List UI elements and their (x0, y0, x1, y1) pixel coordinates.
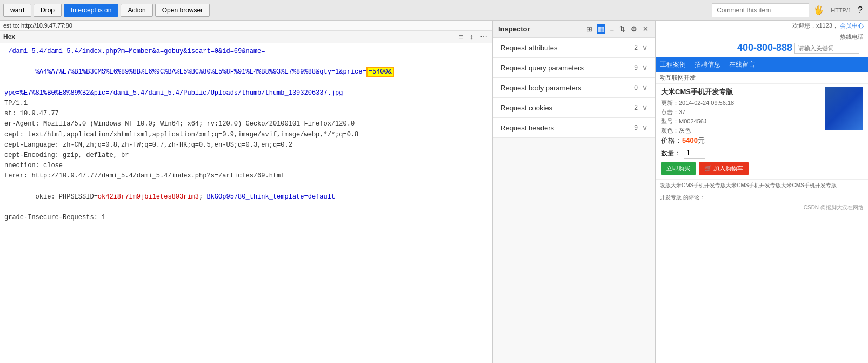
cookie-val-1: ok42i8r7lm9jbi1etes803rim3 (98, 193, 199, 201)
cookie-val-2: BkGOp95780_think_template=default (206, 193, 335, 201)
req-line-4: TP/1.1 (4, 98, 488, 109)
web-nav-bar: 工程案例 招聘信息 在线留言 (656, 57, 868, 72)
request-cookies-row[interactable]: Request cookies 2 ∨ (493, 98, 655, 118)
phone-number: 400-800-888 (737, 42, 792, 54)
request-query-count: 9 (634, 64, 638, 71)
price-value: 5400 (682, 136, 698, 144)
help-button[interactable]: ? (856, 4, 865, 16)
view-count: 点击：37 (661, 108, 820, 116)
req-line-cookie: okie: PHPSESSID=ok42i8r7lm9jbi1etes803ri… (4, 181, 488, 213)
web-preview-panel: 欢迎您，x1123， 会员中心 热线电话 400-800-888 工程案例 招聘… (655, 21, 868, 363)
nav-item-0[interactable]: 工程案例 (660, 60, 686, 69)
product-info: 大米CMS手机开发专版 更新：2014-02-24 09:56:18 点击：37… (661, 87, 820, 175)
product-model: 型号：M002456J (661, 117, 820, 126)
request-body-arrow: ∨ (642, 83, 647, 92)
hex-toolbar: Hex ≡ ↕ ⋯ (0, 31, 492, 43)
member-link[interactable]: 会员中心 (840, 22, 864, 29)
req-line-3: ype=%E7%81%B0%E8%89%B2&pic=/dami_5.4/dam… (4, 88, 488, 98)
req-line-11: ferer: http://10.9.47.77/dami_5.4/dami_5… (4, 171, 488, 181)
inspector-header: Inspector ⊞ ▦ ≡ ⇅ ⚙ ✕ (493, 21, 655, 38)
nav-item-2[interactable]: 在线留言 (729, 60, 755, 69)
main-layout: est to: http://10.9.47.77:80 Hex ≡ ↕ ⋯ /… (0, 21, 868, 363)
req-line-5: st: 10.9.47.77 (4, 109, 488, 119)
request-attributes-arrow: ∨ (642, 43, 647, 52)
request-cookies-count: 2 (634, 104, 638, 111)
inspector-icon-indent[interactable]: ≡ (609, 24, 615, 34)
req-line-6: er-Agent: Mozilla/5.0 (Windows NT 10.0; … (4, 119, 488, 129)
bottom-comment: 开发专版 的评论： (656, 192, 868, 203)
request-body-count: 0 (634, 84, 638, 91)
hex-icon-btn-3[interactable]: ⋯ (478, 32, 489, 42)
req-line-9: cept-Encoding: gzip, deflate, br (4, 150, 488, 161)
request-query-arrow: ∨ (642, 63, 647, 72)
hand-icon-button[interactable]: 🖐 (811, 4, 826, 16)
request-cookies-label: Request cookies (500, 104, 634, 112)
request-cookies-arrow: ∨ (642, 103, 647, 112)
comment-input[interactable] (712, 3, 809, 17)
qty-label: 数量： (661, 149, 680, 158)
forward-button[interactable]: ward (3, 4, 31, 17)
open-browser-button[interactable]: Open browser (155, 4, 210, 17)
nav-item-1[interactable]: 招聘信息 (695, 60, 720, 69)
cart-button[interactable]: 🛒 加入购物车 (699, 162, 749, 175)
req-line-2: %A4%A7%E7%B1%B3CMS%E6%89%8B%E6%9C%BA%E5%… (4, 57, 488, 88)
phone-section: 热线电话 400-800-888 (656, 31, 868, 57)
product-title: 大米CMS手机开发专版 (661, 87, 820, 97)
request-query-label: Request query parameters (500, 64, 634, 72)
price-highlight: =5400& (366, 67, 394, 77)
inspector-icon-sort[interactable]: ⇅ (618, 24, 626, 34)
request-headers-arrow: ∨ (642, 123, 647, 132)
buy-button[interactable]: 立即购买 (661, 162, 696, 175)
hex-label: Hex (3, 33, 454, 41)
web-search-input[interactable] (794, 43, 859, 54)
qty-input[interactable] (684, 148, 705, 159)
req-line-10: nnection: close (4, 161, 488, 171)
request-body-row[interactable]: Request body parameters 0 ∨ (493, 78, 655, 98)
welcome-text: 欢迎您，x1123， (792, 22, 838, 29)
request-body-label: Request body parameters (500, 84, 634, 92)
price-unit: 元 (698, 136, 705, 144)
toolbar: ward Drop Intercept is on Action Open br… (0, 0, 868, 21)
inspector-rows: Request attributes 2 ∨ Request query par… (493, 38, 655, 363)
welcome-row: 欢迎您，x1123， 会员中心 (656, 21, 868, 31)
req-line-13: grade-Insecure-Requests: 1 (4, 213, 488, 223)
req-line-1: /dami_5.4/dami_5.4/index.php?m=Member&a=… (4, 47, 488, 57)
request-headers-label: Request headers (500, 124, 634, 132)
request-attributes-count: 2 (634, 44, 638, 51)
phone-label: 热线电话 (660, 33, 864, 41)
req-line-8: cept-Language: zh-CN,zh;q=0.8,zh-TW;q=0.… (4, 140, 488, 150)
drop-button[interactable]: Drop (34, 4, 62, 17)
request-headers-row[interactable]: Request headers 9 ∨ (493, 118, 655, 138)
inspector-panel: Inspector ⊞ ▦ ≡ ⇅ ⚙ ✕ Request attributes… (493, 21, 655, 363)
product-image (825, 87, 863, 130)
hex-icon-btn-1[interactable]: ≡ (457, 32, 465, 42)
price-row: 价格：5400元 (661, 136, 820, 146)
inspector-close-button[interactable]: ✕ (642, 24, 650, 34)
bottom-description: 发版大米CMS手机开发专版大米CMS手机开发专版大米CMS手机开发专版 (656, 179, 868, 192)
qty-row: 数量： (661, 148, 820, 159)
hex-icon-btn-2[interactable]: ↕ (468, 32, 475, 42)
action-buttons: 立即购买 🛒 加入购物车 (661, 162, 820, 175)
request-attributes-row[interactable]: Request attributes 2 ∨ (493, 38, 655, 58)
request-query-row[interactable]: Request query parameters 9 ∨ (493, 58, 655, 78)
inspector-icon-table[interactable]: ▦ (597, 24, 605, 34)
request-attributes-label: Request attributes (500, 44, 634, 52)
request-headers-count: 9 (634, 124, 638, 131)
footer-brand: CSDN @抠脚大汉在网络 (656, 203, 868, 213)
url-bar: est to: http://10.9.47.77:80 (0, 21, 492, 31)
product-color: 颜色：灰色 (661, 127, 820, 135)
web-hero-section: 大米CMS手机开发专版 更新：2014-02-24 09:56:18 点击：37… (656, 84, 868, 179)
action-button[interactable]: Action (121, 4, 152, 17)
inspector-title: Inspector (498, 25, 582, 33)
req-line-7: cept: text/html,application/xhtml+xml,ap… (4, 130, 488, 140)
http-version-badge: HTTP/1 (829, 6, 853, 15)
request-content[interactable]: /dami_5.4/dami_5.4/index.php?m=Member&a=… (0, 43, 492, 363)
inspector-icon-settings[interactable]: ⚙ (630, 24, 638, 34)
inspector-icon-grid[interactable]: ⊞ (585, 24, 593, 34)
update-date: 更新：2014-02-24 09:56:18 (661, 99, 820, 107)
intercept-button[interactable]: Intercept is on (64, 4, 118, 17)
mobile-dev-label: 动互联网开发 (656, 72, 868, 84)
search-row: 400-800-888 (660, 41, 864, 55)
left-panel: est to: http://10.9.47.77:80 Hex ≡ ↕ ⋯ /… (0, 21, 493, 363)
